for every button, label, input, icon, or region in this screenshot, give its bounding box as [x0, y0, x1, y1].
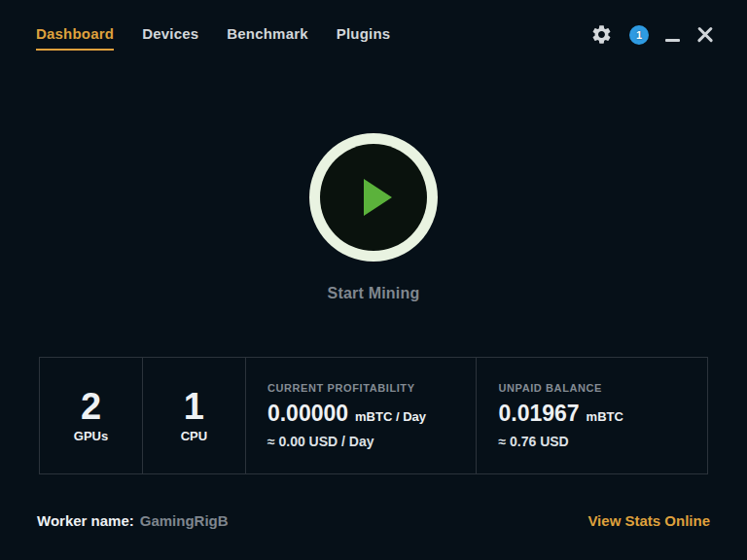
tab-benchmark[interactable]: Benchmark [227, 25, 308, 51]
profitability-fiat: ≈ 0.00 USD / Day [267, 434, 374, 449]
unpaid-balance-cell: UNPAID BALANCE 0.01967 mBTC ≈ 0.76 USD [477, 358, 707, 473]
footer: Worker name: GamingRigB View Stats Onlin… [37, 512, 710, 529]
notification-badge[interactable]: 1 [629, 25, 649, 45]
balance-value: 0.01967 [498, 402, 579, 425]
worker-name-label: Worker name: [37, 512, 134, 529]
gpu-count-value: 2 [81, 388, 101, 427]
cpu-count-label: CPU [181, 429, 207, 443]
stats-panel: 2 GPUs 1 CPU CURRENT PROFITABILITY 0.000… [39, 357, 708, 474]
tab-devices[interactable]: Devices [142, 25, 198, 51]
view-stats-online-link[interactable]: View Stats Online [587, 512, 710, 529]
cpu-count-cell: 1 CPU [143, 358, 246, 473]
play-button-inner [320, 144, 427, 251]
titlebar: Dashboard Devices Benchmark Plugins 1 [0, 0, 747, 60]
start-mining-button[interactable] [309, 133, 438, 262]
gpu-count-label: GPUs [74, 429, 108, 443]
cpu-count-value: 1 [184, 388, 204, 427]
tab-dashboard[interactable]: Dashboard [36, 25, 114, 51]
gpu-count-cell: 2 GPUs [40, 358, 143, 473]
profitability-label: CURRENT PROFITABILITY [267, 382, 415, 394]
play-icon [364, 179, 392, 216]
start-mining-label: Start Mining [0, 285, 747, 302]
worker-name-value: GamingRigB [140, 512, 229, 529]
close-icon[interactable] [696, 26, 714, 44]
tab-plugins[interactable]: Plugins [337, 25, 391, 51]
settings-gear-icon[interactable] [590, 23, 613, 46]
balance-unit: mBTC [587, 409, 623, 424]
minimize-icon[interactable] [665, 25, 680, 45]
profitability-value: 0.00000 [267, 402, 348, 425]
current-profitability-cell: CURRENT PROFITABILITY 0.00000 mBTC / Day… [246, 358, 478, 473]
window-controls: 1 [590, 23, 714, 52]
main-nav: Dashboard Devices Benchmark Plugins [36, 25, 390, 51]
balance-fiat: ≈ 0.76 USD [498, 434, 568, 449]
balance-label: UNPAID BALANCE [498, 382, 602, 394]
profitability-unit: mBTC / Day [355, 409, 426, 424]
